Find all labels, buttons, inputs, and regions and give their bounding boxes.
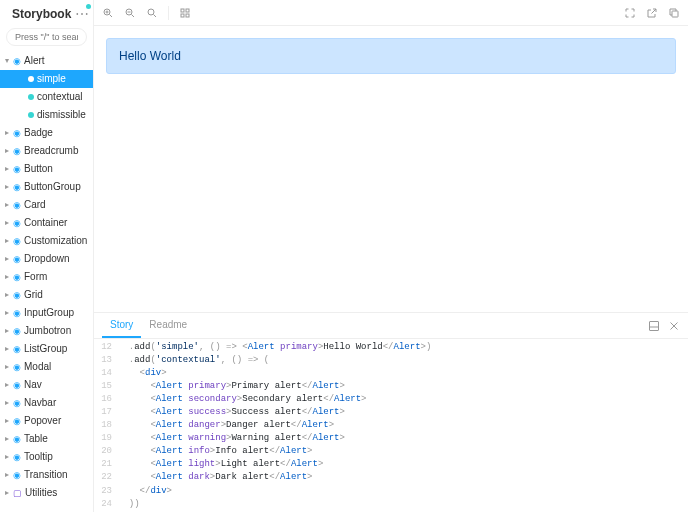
panel-tabs: Story Readme bbox=[94, 313, 688, 339]
toolbar-separator bbox=[168, 6, 169, 20]
caret-right-icon bbox=[4, 145, 10, 158]
caret-right-icon bbox=[4, 181, 10, 194]
component-icon: ◉ bbox=[13, 252, 21, 266]
tree-component-customization[interactable]: ◉Customization bbox=[0, 232, 93, 250]
tree-component-navbar[interactable]: ◉Navbar bbox=[0, 394, 93, 412]
tree-label: Tooltip bbox=[24, 449, 53, 465]
preview-canvas: Hello World bbox=[94, 26, 688, 312]
line-number: 23 bbox=[94, 485, 118, 498]
tree-component-button[interactable]: ◉Button bbox=[0, 160, 93, 178]
tree-component-tooltip[interactable]: ◉Tooltip bbox=[0, 448, 93, 466]
component-icon: ◉ bbox=[13, 234, 21, 248]
open-new-tab-icon[interactable] bbox=[646, 7, 658, 19]
tree-label: InputGroup bbox=[24, 305, 74, 321]
tree-component-table[interactable]: ◉Table bbox=[0, 430, 93, 448]
caret-right-icon bbox=[4, 307, 10, 320]
tree-story-contextual[interactable]: contextual bbox=[0, 88, 93, 106]
close-panel-icon[interactable] bbox=[668, 320, 680, 332]
tree-story-simple[interactable]: simple bbox=[0, 70, 93, 88]
tree-label: Popover bbox=[24, 413, 61, 429]
line-number: 16 bbox=[94, 393, 118, 406]
tree-label: Card bbox=[24, 197, 46, 213]
tab-story[interactable]: Story bbox=[102, 313, 141, 338]
tab-readme[interactable]: Readme bbox=[141, 313, 195, 338]
search-input[interactable] bbox=[6, 28, 87, 46]
tree-component-form[interactable]: ◉Form bbox=[0, 268, 93, 286]
component-icon: ◉ bbox=[13, 126, 21, 140]
svg-rect-12 bbox=[186, 14, 189, 17]
component-icon: ◉ bbox=[13, 54, 21, 68]
tree-component-grid[interactable]: ◉Grid bbox=[0, 286, 93, 304]
story-icon bbox=[28, 76, 34, 82]
tree-component-buttongroup[interactable]: ◉ButtonGroup bbox=[0, 178, 93, 196]
component-icon: ◉ bbox=[13, 162, 21, 176]
caret-right-icon bbox=[4, 127, 10, 140]
tree-component-listgroup[interactable]: ◉ListGroup bbox=[0, 340, 93, 358]
zoom-reset-icon[interactable] bbox=[146, 7, 158, 19]
component-icon: ◉ bbox=[13, 216, 21, 230]
code-line: 18 <Alert danger>Danger alert</Alert> bbox=[94, 419, 688, 432]
tree-component-jumbotron[interactable]: ◉Jumbotron bbox=[0, 322, 93, 340]
caret-right-icon bbox=[4, 487, 10, 500]
addons-panel: Story Readme 12 .add('simple', () => <Al… bbox=[94, 312, 688, 512]
tree-component-popover[interactable]: ◉Popover bbox=[0, 412, 93, 430]
brand-title: Storybook bbox=[12, 7, 71, 21]
copy-link-icon[interactable] bbox=[668, 7, 680, 19]
line-number: 18 bbox=[94, 419, 118, 432]
component-icon: ◉ bbox=[13, 432, 21, 446]
svg-rect-11 bbox=[181, 14, 184, 17]
svg-rect-14 bbox=[650, 321, 659, 330]
tree-label: Grid bbox=[24, 287, 43, 303]
panel-position-icon[interactable] bbox=[648, 320, 660, 332]
source-code[interactable]: 12 .add('simple', () => <Alert primary>H… bbox=[94, 339, 688, 512]
tree-component-badge[interactable]: ◉Badge bbox=[0, 124, 93, 142]
tree-label: ButtonGroup bbox=[24, 179, 81, 195]
folder-icon: ▢ bbox=[13, 486, 22, 500]
caret-right-icon bbox=[4, 379, 10, 392]
story-icon bbox=[28, 112, 34, 118]
line-number: 21 bbox=[94, 458, 118, 471]
tree-label: Badge bbox=[24, 125, 53, 141]
line-number: 20 bbox=[94, 445, 118, 458]
tree-story-dismissible[interactable]: dismissible bbox=[0, 106, 93, 124]
caret-right-icon bbox=[4, 163, 10, 176]
tree-label: Dropdown bbox=[24, 251, 70, 267]
component-icon: ◉ bbox=[13, 378, 21, 392]
tree-label: Customization bbox=[24, 233, 87, 249]
caret-right-icon bbox=[4, 289, 10, 302]
tree-label: Container bbox=[24, 215, 67, 231]
zoom-out-icon[interactable] bbox=[124, 7, 136, 19]
caret-right-icon bbox=[4, 271, 10, 284]
caret-right-icon bbox=[4, 415, 10, 428]
line-number: 22 bbox=[94, 471, 118, 484]
sidebar-menu-button[interactable]: ⋯ bbox=[75, 6, 89, 22]
component-icon: ◉ bbox=[13, 450, 21, 464]
svg-rect-10 bbox=[186, 9, 189, 12]
tree-label: contextual bbox=[37, 89, 83, 105]
component-icon: ◉ bbox=[13, 360, 21, 374]
caret-down-icon bbox=[4, 55, 10, 68]
tree-label: Breadcrumb bbox=[24, 143, 78, 159]
component-icon: ◉ bbox=[13, 468, 21, 482]
tree-component-container[interactable]: ◉Container bbox=[0, 214, 93, 232]
zoom-in-icon[interactable] bbox=[102, 7, 114, 19]
sidebar-header: Storybook ⋯ bbox=[0, 0, 93, 28]
tree-folder-utilities[interactable]: ▢ Utilities bbox=[0, 484, 93, 502]
component-icon: ◉ bbox=[13, 270, 21, 284]
tree-component-breadcrumb[interactable]: ◉Breadcrumb bbox=[0, 142, 93, 160]
tree-component-modal[interactable]: ◉Modal bbox=[0, 358, 93, 376]
tree-label: simple bbox=[37, 71, 66, 87]
caret-right-icon bbox=[4, 469, 10, 482]
tree-component-dropdown[interactable]: ◉Dropdown bbox=[0, 250, 93, 268]
fullscreen-icon[interactable] bbox=[624, 7, 636, 19]
caret-right-icon bbox=[4, 199, 10, 212]
code-line: 20 <Alert info>Info alert</Alert> bbox=[94, 445, 688, 458]
tree-component-inputgroup[interactable]: ◉InputGroup bbox=[0, 304, 93, 322]
tree-component-card[interactable]: ◉Card bbox=[0, 196, 93, 214]
code-line: 16 <Alert secondary>Secondary alert</Ale… bbox=[94, 393, 688, 406]
tree-component-nav[interactable]: ◉Nav bbox=[0, 376, 93, 394]
grid-icon[interactable] bbox=[179, 7, 191, 19]
tree-component-alert[interactable]: ◉ Alert bbox=[0, 52, 93, 70]
tree-label: Modal bbox=[24, 359, 51, 375]
tree-component-transition[interactable]: ◉Transition bbox=[0, 466, 93, 484]
